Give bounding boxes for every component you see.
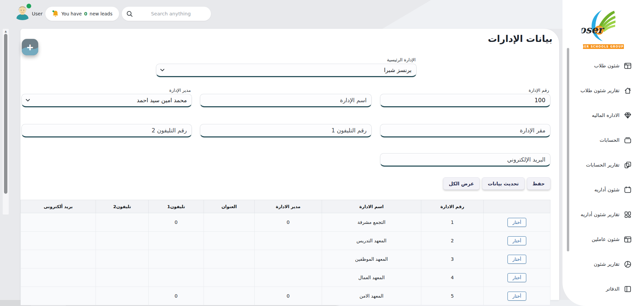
table-cell: 1 xyxy=(421,213,484,232)
sidebar-item-window-7[interactable]: شئون عاملين xyxy=(562,227,644,252)
sidebar-item-pie-8[interactable]: تقارير شئون xyxy=(562,252,644,277)
choose-button[interactable]: أختار xyxy=(507,218,526,227)
sidebar-item-grid-6[interactable]: تقارير شئون أداريه xyxy=(562,202,644,227)
page-scrollbar[interactable]: ▲ xyxy=(3,29,9,215)
pie-icon xyxy=(623,260,632,268)
table-row: أختار2المعهد التدريس xyxy=(21,232,550,250)
table-cell xyxy=(96,213,149,232)
table-cell xyxy=(21,232,96,250)
table-cell xyxy=(96,232,149,250)
sidebar-item-label: تقارير شئون xyxy=(594,261,620,267)
notif-text-prefix: You have xyxy=(61,11,82,16)
table-row: أختار1التجمع مشرفة00 xyxy=(21,213,550,232)
manager-label: مدير الإدارة xyxy=(169,87,191,93)
table-cell: المعهد العمال xyxy=(322,268,421,287)
sidebar-item-window-0[interactable]: شئون طلاب xyxy=(562,53,644,78)
table-cell: 5 xyxy=(421,287,484,305)
phone1-input[interactable] xyxy=(200,124,372,137)
choose-button[interactable]: أختار xyxy=(507,236,526,245)
table-cell: 3 xyxy=(421,250,484,268)
chevron-down-icon xyxy=(160,69,164,71)
add-button[interactable]: + xyxy=(22,39,38,55)
table-cell xyxy=(149,232,204,250)
choose-button[interactable]: أختار xyxy=(507,255,526,264)
sidebar-item-copy-4[interactable]: تقارير الحسابات xyxy=(562,152,644,177)
calendar-icon xyxy=(623,185,632,194)
table-header-cell: العنوان xyxy=(204,200,255,213)
sidebar-item-home-1[interactable]: تقارير شئون طلاب xyxy=(562,78,644,103)
table-cell xyxy=(96,268,149,287)
sidebar-item-label: شئون طلاب xyxy=(594,63,620,69)
table-cell xyxy=(204,232,255,250)
table-cell xyxy=(149,250,204,268)
table-cell xyxy=(255,232,322,250)
sidebar-item-calendar-5[interactable]: شئون أداريه xyxy=(562,177,644,202)
actions-cell: أختار xyxy=(484,287,550,305)
main-admin-value: برنسز شبرا xyxy=(161,67,412,73)
sidebar-item-panel-9[interactable]: الدفاتر xyxy=(562,277,644,301)
sidebar-item-wallet-3[interactable]: الحسابات xyxy=(562,128,644,152)
table-cell xyxy=(204,213,255,232)
table-cell xyxy=(96,287,149,305)
window-icon xyxy=(623,235,632,244)
hq-input[interactable] xyxy=(380,124,550,137)
admin-number-label: رقم الإدارة xyxy=(529,87,549,93)
admin-number-input[interactable] xyxy=(380,94,550,107)
table-cell xyxy=(255,268,322,287)
table-header-cell: مدير الادارة xyxy=(255,200,322,213)
scroll-up-arrow-icon[interactable]: ▲ xyxy=(3,30,9,33)
plus-icon: + xyxy=(22,40,38,55)
table-cell: 0 xyxy=(255,213,322,232)
table-cell xyxy=(21,287,96,305)
table-cell: 2 xyxy=(421,232,484,250)
choose-button[interactable]: أختار xyxy=(507,273,526,282)
home-icon xyxy=(623,86,632,95)
email-input[interactable] xyxy=(380,153,550,167)
admin-name-input[interactable] xyxy=(200,94,372,107)
form-actions: حفظ تحديث بيانات عرض الكل xyxy=(443,177,550,190)
table-cell xyxy=(149,268,204,287)
phone2-input[interactable] xyxy=(21,124,192,137)
sidebar-item-label: شئون أداريه xyxy=(594,187,620,193)
sidebar-item-label: شئون عاملين xyxy=(592,236,620,242)
table-cell xyxy=(96,250,149,268)
notifications-pill[interactable]: You have 0 new leads xyxy=(45,7,119,21)
search-box[interactable] xyxy=(122,7,211,21)
main-admin-select[interactable]: برنسز شبرا xyxy=(156,64,417,77)
search-icon xyxy=(126,11,133,17)
show-all-button[interactable]: عرض الكل xyxy=(443,177,480,190)
table-cell: المعهد الامن xyxy=(322,287,421,305)
table-header-cell: تليفون1 xyxy=(149,200,204,213)
table-cell: التجمع مشرفة xyxy=(322,213,421,232)
table-cell: المعهد التدريس xyxy=(322,232,421,250)
table-cell xyxy=(204,287,255,305)
sidebar-item-label: الحسابات xyxy=(600,137,620,143)
main-card: بيانات الإدارات + الإدارة الرئيسية برنسز… xyxy=(20,29,559,300)
actions-cell: أختار xyxy=(484,268,550,287)
actions-cell: أختار xyxy=(484,232,550,250)
manager-select[interactable]: محمد امين سيد احمد xyxy=(21,94,192,107)
table-row: أختار3المعهد الموظفين xyxy=(21,250,550,268)
search-input[interactable] xyxy=(136,11,206,17)
table-header: رقم الادارةاسم الادارةمدير الادارةالعنوا… xyxy=(21,200,550,213)
choose-button[interactable]: أختار xyxy=(507,292,526,301)
sidebar-item-diamond-2[interactable]: الاداره الماليه xyxy=(562,103,644,128)
table-header-cell: بريد ألكترونى xyxy=(21,200,96,213)
table-cell xyxy=(255,250,322,268)
table-cell xyxy=(204,250,255,268)
save-button[interactable]: حفظ xyxy=(527,177,550,190)
user-avatar[interactable] xyxy=(15,4,31,20)
table-cell xyxy=(204,268,255,287)
online-status-dot xyxy=(26,4,31,8)
table-cell: 0 xyxy=(149,287,204,305)
table-cell xyxy=(21,250,96,268)
sidebar-item-label: الاداره الماليه xyxy=(592,112,620,118)
table-cell: المعهد الموظفين xyxy=(322,250,421,268)
sidebar-item-label: الدفاتر xyxy=(606,286,620,292)
user-label: User xyxy=(32,11,43,16)
update-data-button[interactable]: تحديث بيانات xyxy=(482,177,524,190)
table-cell xyxy=(21,213,96,232)
page-scrollbar-thumb[interactable] xyxy=(4,34,7,194)
table-cell: 0 xyxy=(149,213,204,232)
notif-text-suffix: new leads xyxy=(90,11,112,16)
